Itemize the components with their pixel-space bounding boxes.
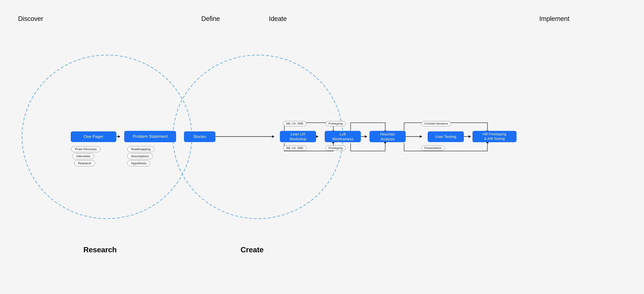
bot-arc-3	[404, 143, 488, 151]
phase-implement: Implement	[539, 15, 570, 23]
pill-research: Research	[74, 160, 95, 166]
circle-label-research: Research	[83, 245, 117, 254]
arrowhead-3	[272, 135, 274, 138]
top-arc-2	[350, 123, 385, 131]
pill-interviews: Interviews	[73, 153, 94, 159]
bot-arc-2	[350, 143, 385, 151]
phase-ideate: Ideate	[269, 15, 287, 23]
pill-assumptions: Assumptions	[127, 153, 153, 159]
arrowhead-6	[420, 135, 422, 138]
pill-prototyping-top: Prototyping	[326, 121, 346, 126]
pill-proto-personas: Proto-Personas	[71, 146, 100, 152]
pill-am-ux-sme-bot: AM, UX, SME	[283, 146, 306, 151]
phase-define: Define	[201, 15, 220, 23]
box-lofi: LofiWireframess	[325, 131, 361, 142]
box-problem-statement: Problem Statement	[124, 131, 176, 142]
box-one-pager: One Pager	[71, 131, 116, 142]
box-heuristic: HeuristicAnalysis	[370, 131, 406, 142]
pill-constant-iterations: Constant Iterations	[421, 121, 451, 126]
box-user-testing: User Testing	[428, 131, 464, 142]
circle-label-create: Create	[240, 245, 264, 254]
box-lean-ux: Lean UXWorkshop	[280, 131, 316, 142]
pill-hypothesis: Hypothesis	[127, 160, 150, 166]
pill-presentations: Presentations	[421, 146, 445, 151]
pill-roadmapping: Roadmapping	[127, 146, 154, 152]
arrowhead-5	[365, 135, 367, 138]
arrowhead-7	[468, 135, 471, 138]
pill-am-ux-sme-top: AM, UX, SME	[283, 121, 306, 126]
phase-discover: Discover	[18, 15, 43, 23]
arrowhead-1	[118, 135, 120, 138]
box-hifi: Hifi Prototyping& A/B Testing	[472, 131, 516, 142]
pill-prototyping-bot: Prototyping	[326, 146, 346, 151]
box-stories: Stories	[184, 131, 216, 142]
arrowhead-4	[316, 135, 318, 138]
